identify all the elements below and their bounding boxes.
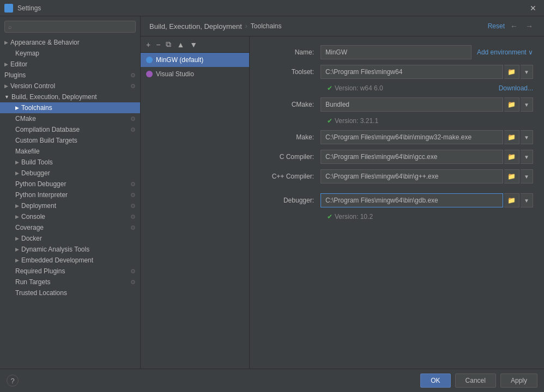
back-button[interactable]: ← (508, 21, 520, 32)
breadcrumb-bar: Build, Execution, Deployment › Toolchain… (141, 16, 544, 36)
make-input[interactable] (321, 130, 503, 144)
app-icon (4, 4, 13, 13)
remove-toolchain-button[interactable]: − (154, 39, 162, 50)
version-check-icon: ✔ (327, 84, 333, 92)
sidebar-item-editor[interactable]: ▶ Editor (0, 59, 140, 70)
sidebar-item-custom-build-targets[interactable]: Custom Build Targets (0, 135, 140, 146)
dialog-footer: ? OK Cancel Apply (0, 369, 544, 392)
sidebar-item-deployment[interactable]: ▶ Deployment ⚙ (0, 200, 140, 211)
sidebar-label: Compilation Database (15, 126, 80, 133)
sidebar-item-compilation-db[interactable]: Compilation Database ⚙ (0, 124, 140, 135)
settings-icon: ⚙ (130, 181, 136, 188)
sidebar-item-trusted-locations[interactable]: Trusted Locations (0, 287, 140, 298)
toolset-version-row: ✔ Version: w64 6.0 Download... (261, 84, 533, 92)
toolset-folder-button[interactable]: 📁 (504, 65, 519, 79)
forward-button[interactable]: → (523, 21, 535, 32)
help-button[interactable]: ? (7, 375, 19, 387)
toolset-input[interactable] (321, 65, 503, 79)
toolchain-dot-vs (146, 71, 153, 77)
copy-toolchain-button[interactable]: ⧉ (164, 39, 173, 50)
toolchain-item-mingw[interactable]: MinGW (default) (141, 53, 249, 67)
sidebar-item-cmake[interactable]: CMake ⚙ (0, 113, 140, 124)
cancel-button[interactable]: Cancel (455, 373, 496, 388)
toolset-row: Toolset: 📁 ▼ (261, 65, 533, 79)
expand-arrow: ▶ (4, 40, 8, 45)
sidebar-label: Docker (21, 235, 42, 242)
debugger-version-text: Version: 10.2 (335, 213, 373, 220)
cpp-compiler-dropdown-button[interactable]: ▼ (521, 169, 533, 183)
sidebar-item-makefile[interactable]: Makefile (0, 146, 140, 157)
sidebar-item-build-exec-deploy[interactable]: ▼ Build, Execution, Deployment (0, 91, 140, 102)
sidebar-item-build-tools[interactable]: ▶ Build Tools (0, 157, 140, 168)
toolchain-item-vs[interactable]: Visual Studio (141, 67, 249, 81)
sidebar-item-python-debugger[interactable]: Python Debugger ⚙ (0, 179, 140, 189)
make-dropdown-button[interactable]: ▼ (521, 130, 533, 144)
close-button[interactable]: ✕ (527, 3, 540, 14)
move-down-button[interactable]: ▼ (188, 39, 200, 50)
reset-link[interactable]: Reset (488, 22, 505, 30)
sidebar-label: Coverage (15, 224, 44, 231)
sidebar-item-run-targets[interactable]: Run Targets ⚙ (0, 277, 140, 287)
download-link[interactable]: Download... (499, 84, 533, 92)
ok-button[interactable]: OK (420, 373, 450, 388)
title-bar: Settings ✕ (0, 0, 544, 16)
expand-arrow: ▼ (4, 94, 9, 100)
cpp-compiler-folder-button[interactable]: 📁 (504, 169, 519, 183)
cmake-version-text: Version: 3.21.1 (335, 117, 378, 125)
sidebar-item-required-plugins[interactable]: Required Plugins ⚙ (0, 266, 140, 277)
settings-icon: ⚙ (130, 268, 136, 275)
expand-arrow: ▶ (15, 258, 19, 263)
sidebar-item-toolchains[interactable]: ▶ Toolchains (0, 102, 140, 113)
cmake-dropdown-button[interactable]: ▼ (521, 97, 533, 112)
breadcrumb-parent: Build, Execution, Deployment (149, 22, 242, 30)
sidebar-item-docker[interactable]: ▶ Docker (0, 233, 140, 244)
search-input[interactable] (14, 23, 132, 30)
footer-buttons: OK Cancel Apply (420, 373, 537, 388)
sidebar-item-dynamic-analysis[interactable]: ▶ Dynamic Analysis Tools (0, 244, 140, 255)
make-folder-button[interactable]: 📁 (504, 130, 519, 144)
c-compiler-folder-button[interactable]: 📁 (504, 150, 519, 164)
expand-arrow: ▶ (15, 160, 19, 165)
sidebar-item-plugins[interactable]: Plugins ⚙ (0, 70, 140, 81)
debugger-version-row: ✔ Version: 10.2 (261, 213, 533, 220)
expand-arrow: ▶ (15, 203, 19, 209)
sidebar-label: Plugins (4, 71, 26, 79)
settings-dialog: ⌕ ▶ Appearance & Behavior Keymap ▶ Edito… (0, 16, 544, 392)
cmake-version-row: ✔ Version: 3.21.1 (261, 117, 533, 125)
name-input[interactable] (321, 45, 472, 59)
sidebar-item-appearance-behavior[interactable]: ▶ Appearance & Behavior (0, 37, 140, 48)
sidebar-item-version-control[interactable]: ▶ Version Control ⚙ (0, 81, 140, 91)
sidebar-item-keymap[interactable]: Keymap (0, 48, 140, 59)
debugger-dropdown-button[interactable]: ▼ (521, 193, 533, 207)
settings-icon: ⚙ (130, 126, 136, 133)
c-compiler-label: C Compiler: (261, 153, 321, 161)
sidebar-label: Debugger (21, 169, 50, 177)
sidebar-item-coverage[interactable]: Coverage ⚙ (0, 222, 140, 233)
sidebar-label: Toolchains (21, 104, 52, 112)
toolchain-items: MinGW (default) Visual Studio (141, 53, 249, 369)
add-environment-button[interactable]: Add environment ∨ (477, 48, 533, 56)
debugger-version-check-icon: ✔ (327, 213, 333, 220)
settings-icon: ⚙ (130, 279, 136, 286)
sidebar-item-console[interactable]: ▶ Console ⚙ (0, 211, 140, 222)
search-box[interactable]: ⌕ (4, 21, 136, 33)
c-compiler-dropdown-button[interactable]: ▼ (521, 150, 533, 164)
sidebar-item-embedded-dev[interactable]: ▶ Embedded Development (0, 255, 140, 266)
cpp-compiler-input-wrap: 📁 ▼ (321, 169, 533, 183)
c-compiler-input[interactable] (321, 150, 503, 164)
sidebar-label: Custom Build Targets (15, 137, 77, 144)
cpp-compiler-input[interactable] (321, 169, 503, 183)
toolset-dropdown-button[interactable]: ▼ (521, 65, 533, 79)
move-up-button[interactable]: ▲ (174, 39, 186, 50)
sidebar-label: Build, Execution, Deployment (11, 93, 97, 101)
toolset-version-text: Version: w64 6.0 (335, 84, 383, 92)
add-toolchain-button[interactable]: + (144, 39, 153, 50)
cmake-folder-button[interactable]: 📁 (504, 97, 519, 112)
debugger-input-wrap: 📁 ▼ (321, 193, 533, 207)
apply-button[interactable]: Apply (500, 373, 537, 388)
debugger-input[interactable] (321, 193, 503, 207)
sidebar-item-python-interpreter[interactable]: Python Interpreter ⚙ (0, 189, 140, 200)
debugger-folder-button[interactable]: 📁 (504, 193, 519, 207)
cmake-input[interactable] (321, 97, 503, 112)
sidebar-item-debugger[interactable]: ▶ Debugger (0, 168, 140, 179)
